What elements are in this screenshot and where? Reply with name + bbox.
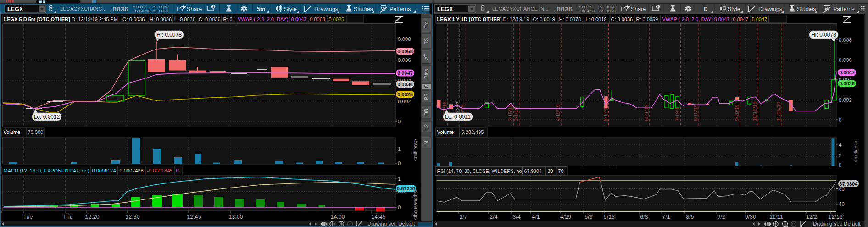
svg-text:<millions>: <millions> bbox=[412, 139, 418, 161]
svg-text:4/19/19: 4/19/19 bbox=[555, 104, 561, 121]
svg-text:6/3: 6/3 bbox=[640, 214, 648, 220]
svg-text:L: 0.0036: L: 0.0036 bbox=[174, 17, 195, 22]
svg-text:LEGX: LEGX bbox=[7, 6, 23, 12]
svg-text:AT: AT bbox=[423, 54, 429, 60]
svg-text:Volume: Volume bbox=[437, 129, 454, 135]
svg-text:0: 0 bbox=[398, 161, 401, 166]
svg-text:Studies: Studies bbox=[797, 6, 816, 12]
svg-text:Tue: Tue bbox=[23, 214, 33, 220]
svg-text:4/29: 4/29 bbox=[560, 214, 571, 220]
svg-text:A: .0059: A: .0059 bbox=[599, 8, 615, 13]
svg-text:Btns: Btns bbox=[423, 69, 429, 78]
svg-text:70: 70 bbox=[558, 168, 564, 174]
svg-text:0.0068: 0.0068 bbox=[397, 49, 413, 54]
svg-text:40: 40 bbox=[839, 201, 845, 207]
svg-text:L2: L2 bbox=[423, 124, 429, 130]
svg-text:C: 0.0036: C: 0.0036 bbox=[611, 17, 633, 22]
svg-text:0.0047: 0.0047 bbox=[291, 17, 307, 22]
svg-text:12:30: 12:30 bbox=[125, 214, 139, 220]
svg-text:TS: TS bbox=[423, 38, 429, 44]
svg-text:0.0047: 0.0047 bbox=[839, 70, 855, 75]
svg-text:0.0036: 0.0036 bbox=[397, 82, 413, 87]
svg-text:5,282,495: 5,282,495 bbox=[462, 129, 484, 135]
svg-text:-0.0001345: -0.0001345 bbox=[147, 168, 173, 173]
svg-text:Share: Share bbox=[187, 6, 202, 12]
svg-text:A: .0059: A: .0059 bbox=[152, 8, 168, 13]
svg-text:0.006: 0.006 bbox=[839, 57, 852, 63]
svg-text:+89.47%: +89.47% bbox=[133, 8, 150, 13]
svg-text:4/1: 4/1 bbox=[532, 214, 540, 220]
svg-text:1: 1 bbox=[398, 146, 401, 152]
svg-text:C: C bbox=[423, 84, 429, 88]
svg-text:Style: Style bbox=[284, 6, 297, 12]
svg-text:Thu: Thu bbox=[63, 214, 73, 220]
svg-text:Lo: 0.0012: Lo: 0.0012 bbox=[34, 114, 60, 120]
svg-text:12:45: 12:45 bbox=[187, 214, 201, 220]
svg-text:0.002: 0.002 bbox=[398, 99, 411, 104]
svg-text:0: 0 bbox=[839, 117, 841, 122]
svg-text:Drawing set: Default: Drawing set: Default bbox=[813, 221, 861, 227]
svg-text:D: D bbox=[703, 6, 707, 12]
svg-text:0: 0 bbox=[398, 205, 401, 210]
svg-text:67.9804: 67.9804 bbox=[524, 168, 542, 174]
svg-text:9/20/19: 9/20/19 bbox=[734, 104, 740, 121]
svg-text:14:00: 14:00 bbox=[330, 214, 345, 220]
svg-text:4: 4 bbox=[839, 142, 842, 148]
svg-text:3/1/19: 3/1/19 bbox=[513, 107, 519, 121]
svg-text:11/15/19: 11/15/19 bbox=[776, 102, 781, 121]
svg-text:0.006: 0.006 bbox=[398, 57, 411, 63]
svg-text:5/13: 5/13 bbox=[604, 214, 615, 220]
svg-text:Hi: 0.0078: Hi: 0.0078 bbox=[156, 32, 182, 38]
svg-text:0.0047: 0.0047 bbox=[397, 70, 413, 76]
svg-text:LEGX 1 Y 1D [OTC OTHER]: LEGX 1 Y 1D [OTC OTHER] bbox=[437, 17, 502, 22]
svg-text:30: 30 bbox=[548, 168, 553, 174]
svg-text:Patterns: Patterns bbox=[389, 6, 411, 12]
svg-text:N: N bbox=[423, 141, 429, 144]
svg-text:MACD (12, 26, 9, EXPONENTIAL,: MACD (12, 26, 9, EXPONENTIAL, no) bbox=[4, 168, 89, 173]
svg-text:Volume: Volume bbox=[4, 129, 21, 135]
svg-text:R: 0: R: 0 bbox=[223, 17, 233, 22]
svg-text:0.002: 0.002 bbox=[839, 97, 852, 103]
svg-text:Share: Share bbox=[631, 6, 646, 12]
svg-text:LEGX 5 D 5m [OTC OTHER]: LEGX 5 D 5m [OTC OTHER] bbox=[4, 17, 71, 22]
svg-text:Studies: Studies bbox=[354, 6, 373, 12]
svg-text:<thousandths>: <thousandths> bbox=[412, 188, 418, 220]
svg-text:9/2: 9/2 bbox=[717, 214, 725, 220]
svg-text:70,000: 70,000 bbox=[28, 129, 44, 135]
svg-text:0: 0 bbox=[839, 162, 841, 168]
svg-text:8/5: 8/5 bbox=[686, 214, 694, 220]
svg-text:Style: Style bbox=[728, 6, 740, 12]
svg-text:D: 12/19/19 2:45 PM: D: 12/19/19 2:45 PM bbox=[72, 17, 118, 22]
svg-text:Drawings: Drawings bbox=[758, 6, 782, 12]
svg-text:10/18/19: 10/18/19 bbox=[752, 101, 757, 121]
svg-text:1/7: 1/7 bbox=[459, 214, 467, 220]
svg-text:Drawings: Drawings bbox=[314, 6, 338, 12]
svg-text:0.0047: 0.0047 bbox=[714, 17, 730, 22]
svg-text:9/30: 9/30 bbox=[745, 214, 756, 220]
svg-text:0.0036: 0.0036 bbox=[839, 81, 855, 86]
svg-text:PS: PS bbox=[423, 94, 429, 100]
svg-text:Lo: 0.0011: Lo: 0.0011 bbox=[445, 114, 471, 120]
svg-text:L: 0.0019: L: 0.0019 bbox=[586, 17, 607, 22]
svg-text:C: 0.0036: C: 0.0036 bbox=[199, 17, 221, 22]
svg-text:Drawing set: Default: Drawing set: Default bbox=[367, 221, 415, 227]
svg-text:2: 2 bbox=[839, 153, 841, 158]
svg-text:1: 1 bbox=[398, 176, 401, 182]
svg-text:D: 12/19/19: D: 12/19/19 bbox=[503, 17, 529, 22]
svg-text:Trd: Trd bbox=[423, 21, 429, 28]
svg-text:Patterns: Patterns bbox=[833, 6, 855, 12]
svg-text:12:20: 12:20 bbox=[85, 214, 99, 220]
svg-text:13:00: 13:00 bbox=[228, 214, 243, 220]
svg-text:12/2: 12/2 bbox=[806, 214, 817, 220]
svg-text:0.0068: 0.0068 bbox=[310, 17, 325, 22]
svg-text:2/4: 2/4 bbox=[490, 214, 497, 220]
svg-text:VWAP (-2.0, 2.0, DAY): VWAP (-2.0, 2.0, DAY) bbox=[238, 17, 288, 22]
svg-text:0.0047: 0.0047 bbox=[733, 17, 749, 22]
svg-text:0.008: 0.008 bbox=[839, 37, 852, 43]
svg-text:O: 0.0036: O: 0.0036 bbox=[122, 17, 145, 22]
svg-text:0: 0 bbox=[398, 119, 401, 124]
svg-text:RSI (14, 70, 30, CLOSE, WILDER: RSI (14, 70, 30, CLOSE, WILDERS, no) bbox=[437, 168, 523, 174]
svg-text:+89.47%: +89.47% bbox=[578, 8, 595, 13]
svg-text:0: 0 bbox=[176, 168, 179, 173]
svg-text:0.0047: 0.0047 bbox=[752, 17, 768, 22]
